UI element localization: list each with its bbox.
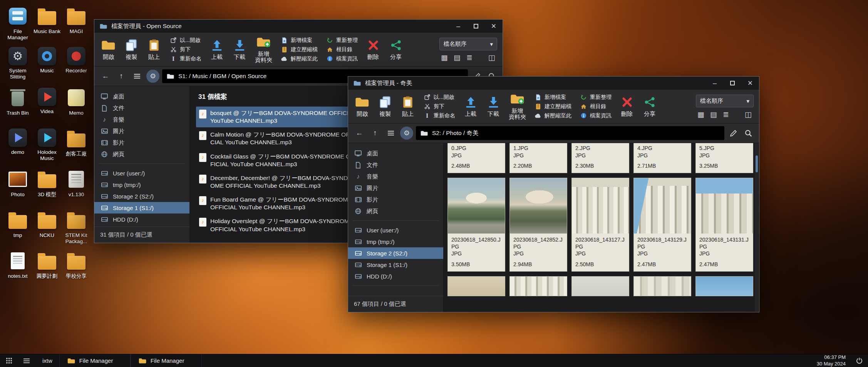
cut-button[interactable]: 剪下 [168,46,203,53]
desktop-icon-v1130[interactable]: v1.130 [62,169,91,210]
extract-here-button[interactable]: 解壓縮至此 [533,112,573,120]
desktop-icon-magi[interactable]: MAGI [62,6,91,47]
maximize-button[interactable] [467,20,485,33]
up-button[interactable]: ↑ [115,70,128,83]
task-menu-button[interactable] [18,354,35,367]
sidebar-item-web[interactable]: 網頁 [348,205,443,217]
file-card[interactable] [571,276,629,296]
root-dir-button[interactable]: 根目錄 [324,46,359,53]
sort-order-dropdown[interactable]: 檔名順序▾ [696,95,754,107]
view-list-button[interactable]: ▤ [454,54,461,61]
minimize-button[interactable]: – [449,20,467,33]
power-button[interactable] [850,354,868,367]
desktop-icon-tmp[interactable]: tmp [3,210,32,251]
new-folder-button[interactable]: 新增資料夾 [253,34,274,65]
file-card[interactable] [695,276,753,296]
desktop-icon-demo[interactable]: demo [3,128,32,169]
view-columns-button[interactable]: ◫ [488,54,495,61]
upload-button[interactable]: 上載 [462,94,479,119]
sidebar-item-storage-1[interactable]: Storage 1 (S1:/) [348,259,443,270]
title-bar[interactable]: 檔案管理員 - Open Source – × [94,20,503,33]
sidebar-item-videos[interactable]: 影片 [348,194,443,205]
sidebar-item-storage-1[interactable]: Storage 1 (S1:/) [94,202,189,214]
desktop-icon-music-bank[interactable]: Music Bank [32,6,62,47]
up-button[interactable]: ↑ [369,127,382,140]
close-button[interactable]: × [485,20,503,33]
desktop-icon-trash-bin[interactable]: Trash Bin [3,88,32,128]
desktop-icon-3d-models[interactable]: 3D 模型 [32,169,62,210]
file-info-button[interactable]: 檔案資訊 [578,112,613,120]
desktop-icon-ncku[interactable]: NCKU [32,210,62,251]
sort-order-dropdown[interactable]: 檔名順序▾ [439,38,497,50]
desktop-icon-stem-kit[interactable]: STEM Kit Packag... [62,210,91,251]
share-button[interactable]: 分享 [387,37,405,62]
sidebar-item-tmp-drive[interactable]: tmp (tmp:/) [348,236,443,247]
desktop-icon-school-share[interactable]: 學校分享 [62,251,91,292]
maximize-button[interactable] [724,77,741,90]
sidebar-item-desktop[interactable]: 桌面 [94,91,189,102]
new-file-button[interactable]: 新增檔案 [533,93,573,101]
settings-button[interactable]: ⚙ [400,127,413,140]
sidebar-item-user-drive[interactable]: User (user:/) [94,167,189,179]
desktop-icon-maker-factory[interactable]: 創客工廠 [62,128,91,169]
refresh-button[interactable]: 重新整理 [578,93,613,101]
file-card[interactable]: 20230618_143127.JPGJPG2.50MB [571,178,629,272]
refresh-button[interactable]: 重新整理 [324,37,359,44]
create-archive-button[interactable]: 建立壓縮檔 [279,46,319,53]
file-item[interactable]: ♪Cocktail Glass @ フリーBGM DOVA-SYNDROME O… [196,150,362,171]
view-compact-button[interactable]: ≣ [466,54,473,61]
view-grid-button[interactable]: ▦ [441,54,448,61]
sidebar-item-storage-2[interactable]: Storage 2 (S2:/) [348,247,443,259]
root-dir-button[interactable]: 根目錄 [578,103,613,110]
copy-button[interactable]: 複製 [122,37,140,62]
file-card[interactable]: 5.JPGJPG3.25MB [695,143,753,173]
scrollbar[interactable] [755,143,758,312]
new-file-button[interactable]: 新增檔案 [279,37,319,44]
download-button[interactable]: 下載 [231,37,248,62]
desktop-icon-music[interactable]: Music [32,47,62,88]
minimize-button[interactable]: – [706,77,724,90]
open-button[interactable]: 開啟 [100,37,117,62]
sidebar-item-desktop[interactable]: 桌面 [348,148,443,159]
sidebar-item-documents[interactable]: 文件 [94,102,189,114]
input-method-indicator[interactable]: ixtw [35,354,59,367]
menu-button[interactable] [131,70,144,83]
clock[interactable]: 06:37 PM 30 May 2024 [817,354,850,367]
file-card[interactable] [447,276,505,296]
desktop-icon-file-manager[interactable]: File Manager [3,6,32,47]
sidebar-item-music[interactable]: ♪音樂 [94,114,189,125]
back-button[interactable]: ← [99,70,112,83]
sidebar-item-web[interactable]: 網頁 [94,148,189,160]
desktop-icon-system-slitting[interactable]: ⚙System Slitting [3,47,32,88]
start-button[interactable] [0,354,18,367]
taskbar-item-file-manager-1[interactable]: File Manager [59,354,131,367]
new-folder-button[interactable]: 新增資料夾 [507,91,528,122]
delete-button[interactable]: 刪除 [618,94,636,119]
desktop-icon-recorder[interactable]: Recorder [62,47,91,88]
view-compact-button[interactable]: ≣ [723,111,729,118]
sidebar-item-music[interactable]: ♪音樂 [348,171,443,182]
desktop-icon-dream-plan[interactable]: 圓夢計劃 [32,251,62,292]
file-card[interactable]: 1.JPGJPG2.20MB [509,143,567,173]
copy-button[interactable]: 複製 [376,94,394,119]
edit-path-button[interactable] [727,130,739,137]
file-card[interactable]: 2.JPGJPG2.30MB [571,143,629,173]
sidebar-item-documents[interactable]: 文件 [348,159,443,171]
desktop-icon-photo[interactable]: Photo [3,169,32,210]
settings-button[interactable]: ⚙ [146,70,159,83]
sidebar-item-hdd[interactable]: HDD (D:/) [94,214,189,225]
paste-button[interactable]: 貼上 [399,94,417,119]
open-button[interactable]: 開啟 [354,94,371,119]
taskbar-item-file-manager-2[interactable]: File Manager [131,354,202,367]
file-item[interactable]: ♪bosquet @ フリーBGM DOVA-SYNDROME OFFICIAL… [196,107,362,127]
menu-button[interactable] [384,127,397,140]
file-item[interactable]: ♪Calm Motion @ フリーBGM DOVA-SYNDROME OFFI… [196,128,362,149]
sidebar-item-tmp-drive[interactable]: tmp (tmp:/) [94,179,189,190]
scrollbar-thumb[interactable] [756,155,758,172]
sidebar-item-hdd[interactable]: HDD (D:/) [348,270,443,282]
search-button[interactable] [742,130,754,137]
rename-button[interactable]: I重新命名 [422,112,457,120]
create-archive-button[interactable]: 建立壓縮檔 [533,103,573,110]
file-card[interactable]: 4.JPGJPG2.71MB [633,143,691,173]
share-button[interactable]: 分享 [641,94,659,119]
